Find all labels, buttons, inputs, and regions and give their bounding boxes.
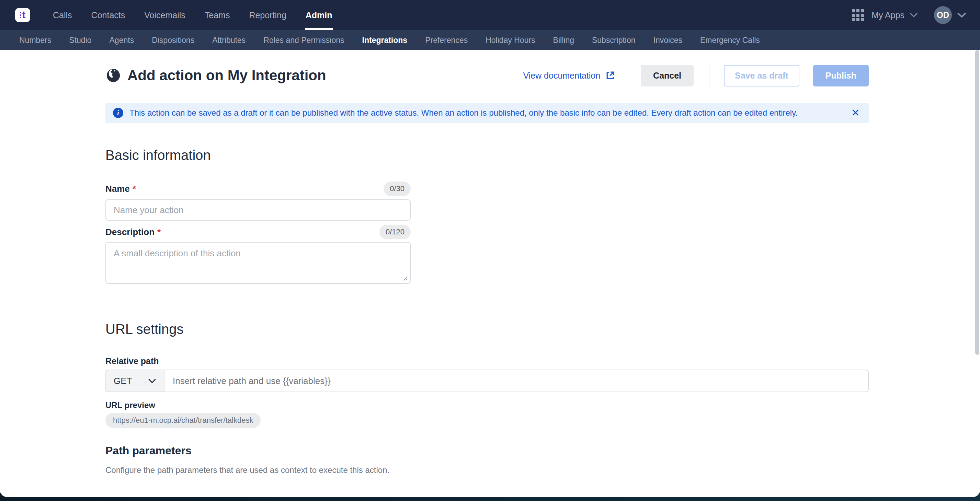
chevron-down-icon[interactable] bbox=[957, 12, 966, 18]
page-header: Add action on My Integration View docume… bbox=[105, 59, 869, 92]
chevron-down-icon bbox=[148, 379, 156, 384]
url-preview-value: https://eu1-m.ocp.ai/chat/transfer/talkd… bbox=[105, 413, 261, 428]
nav-teams[interactable]: Teams bbox=[195, 0, 240, 30]
subnav-subscription[interactable]: Subscription bbox=[592, 36, 636, 45]
logo-letter: t bbox=[22, 10, 26, 20]
subnav-dispositions[interactable]: Dispositions bbox=[152, 36, 194, 45]
subnav-attributes[interactable]: Attributes bbox=[212, 36, 245, 45]
my-apps-label[interactable]: My Apps bbox=[872, 10, 904, 20]
close-icon[interactable]: ✕ bbox=[851, 108, 860, 118]
globe-icon bbox=[105, 68, 121, 83]
url-settings-section: URL settings Relative path GET URL previ… bbox=[105, 322, 869, 428]
path-parameters-description: Configure the path parameters that are u… bbox=[105, 465, 869, 475]
basic-information-section: Basic information Name* 0/30 Description… bbox=[105, 147, 869, 284]
nav-reporting[interactable]: Reporting bbox=[239, 0, 296, 30]
info-banner: i This action can be saved as a draft or… bbox=[105, 103, 869, 123]
avatar[interactable]: OD bbox=[934, 6, 952, 24]
subnav-preferences[interactable]: Preferences bbox=[425, 36, 468, 45]
logo-dots-icon bbox=[20, 12, 21, 18]
chevron-down-icon[interactable] bbox=[910, 13, 918, 17]
talkdesk-app-window: t Calls Contacts Voicemails Teams Report… bbox=[0, 0, 980, 497]
subnav-invoices[interactable]: Invoices bbox=[654, 36, 682, 45]
top-nav: t Calls Contacts Voicemails Teams Report… bbox=[0, 0, 980, 30]
view-documentation-label: View documentation bbox=[523, 71, 600, 81]
primary-nav: Calls Contacts Voicemails Teams Reportin… bbox=[43, 0, 342, 30]
http-method-select[interactable]: GET bbox=[105, 369, 164, 392]
info-banner-text: This action can be saved as a draft or i… bbox=[129, 108, 798, 118]
subnav-emergency-calls[interactable]: Emergency Calls bbox=[700, 36, 760, 45]
path-parameters-heading: Path parameters bbox=[105, 444, 869, 457]
subnav-studio[interactable]: Studio bbox=[69, 36, 91, 45]
resize-handle-icon[interactable] bbox=[402, 276, 408, 281]
description-char-counter: 0/120 bbox=[379, 225, 411, 239]
basic-information-heading: Basic information bbox=[105, 147, 869, 163]
subnav-holiday-hours[interactable]: Holiday Hours bbox=[485, 36, 535, 45]
required-marker: * bbox=[132, 184, 136, 194]
nav-calls[interactable]: Calls bbox=[43, 0, 82, 30]
http-method-value: GET bbox=[114, 376, 132, 386]
relative-path-input[interactable] bbox=[164, 369, 869, 392]
subnav-numbers[interactable]: Numbers bbox=[19, 36, 51, 45]
subnav-agents[interactable]: Agents bbox=[110, 36, 134, 45]
apps-grid-icon[interactable] bbox=[852, 9, 864, 21]
header-actions: View documentation Cancel Save as draft … bbox=[523, 65, 869, 86]
name-label: Name* bbox=[105, 184, 136, 194]
required-marker: * bbox=[157, 227, 161, 237]
url-preview-label: URL preview bbox=[105, 400, 869, 410]
vertical-scrollbar[interactable] bbox=[975, 50, 979, 355]
view-documentation-link[interactable]: View documentation bbox=[523, 70, 615, 81]
nav-voicemails[interactable]: Voicemails bbox=[135, 0, 195, 30]
cancel-button[interactable]: Cancel bbox=[641, 65, 694, 86]
nav-contacts[interactable]: Contacts bbox=[82, 0, 135, 30]
admin-sub-nav: Numbers Studio Agents Dispositions Attri… bbox=[0, 30, 980, 50]
name-char-counter: 0/30 bbox=[383, 182, 411, 196]
publish-button[interactable]: Publish bbox=[813, 65, 869, 86]
url-settings-heading: URL settings bbox=[105, 322, 869, 337]
talkdesk-logo[interactable]: t bbox=[15, 8, 30, 22]
path-parameters-section: Path parameters Configure the path param… bbox=[105, 444, 869, 475]
subnav-roles-and-permissions[interactable]: Roles and Permissions bbox=[263, 36, 344, 45]
header-divider bbox=[709, 65, 710, 86]
page-title: Add action on My Integration bbox=[127, 67, 326, 84]
subnav-integrations[interactable]: Integrations bbox=[362, 36, 407, 45]
subnav-billing[interactable]: Billing bbox=[553, 36, 574, 45]
main-panel: Add action on My Integration View docume… bbox=[0, 50, 980, 497]
save-as-draft-button[interactable]: Save as draft bbox=[724, 65, 799, 86]
relative-path-label: Relative path bbox=[105, 356, 869, 366]
name-input[interactable] bbox=[105, 199, 411, 220]
description-textarea[interactable] bbox=[105, 242, 411, 284]
top-nav-right: My Apps OD bbox=[852, 6, 966, 24]
description-label: Description* bbox=[105, 227, 161, 238]
external-link-icon bbox=[605, 70, 615, 81]
nav-admin[interactable]: Admin bbox=[296, 0, 342, 30]
section-divider bbox=[105, 304, 869, 304]
info-icon: i bbox=[113, 108, 123, 118]
